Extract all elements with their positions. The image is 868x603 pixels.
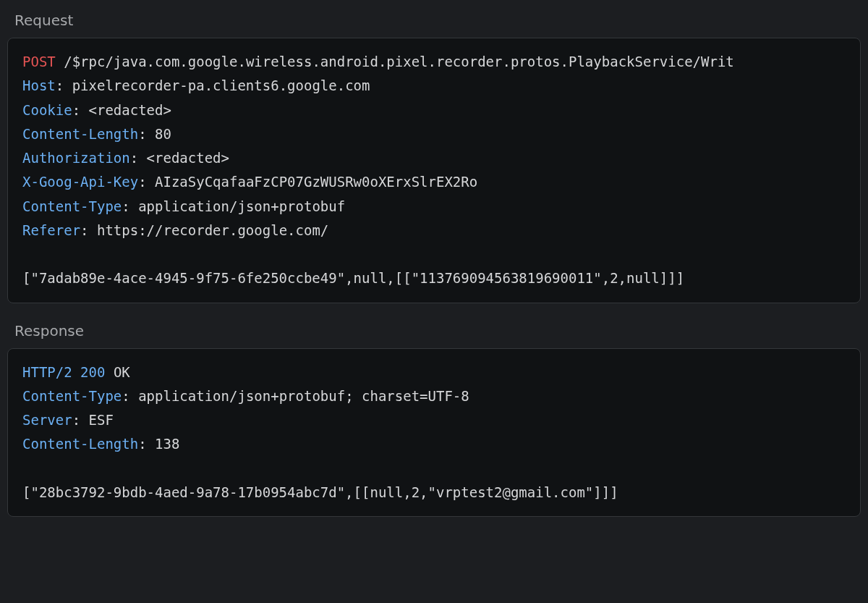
response-panel[interactable]: HTTP/2 200 OK Content-Type: application/… — [7, 348, 861, 518]
response-header-value: application/json+protobuf; charset=UTF-8 — [138, 388, 469, 404]
request-method: POST — [22, 54, 56, 69]
request-header-value: pixelrecorder-pa.clients6.google.com — [72, 77, 370, 93]
request-header-name: X-Goog-Api-Key — [22, 174, 138, 190]
request-header-value: application/json+protobuf — [138, 198, 345, 214]
response-header-name: Server — [22, 412, 72, 428]
response-title: Response — [7, 318, 861, 348]
response-header-value: ESF — [89, 412, 114, 428]
response-protocol: HTTP/2 — [22, 364, 72, 380]
response-header-name: Content-Type — [22, 388, 122, 404]
response-header-value: 138 — [155, 436, 179, 452]
request-header-name: Referer — [22, 222, 80, 238]
request-body: ["7adab89e-4ace-4945-9f75-6fe250ccbe49",… — [22, 270, 684, 286]
request-header-name: Content-Type — [22, 198, 122, 214]
request-path: /$rpc/java.com.google.wireless.android.p… — [64, 54, 734, 69]
request-header-value: <redacted> — [147, 150, 229, 166]
request-header-value: AIzaSyCqafaaFzCP07GzWUSRw0oXErxSlrEX2Ro — [155, 174, 477, 190]
request-header-name: Cookie — [22, 102, 72, 118]
response-status-text: OK — [114, 364, 130, 380]
request-title: Request — [7, 7, 861, 38]
request-header-value: https://recorder.google.com/ — [97, 222, 328, 238]
response-body: ["28bc3792-9bdb-4aed-9a78-17b0954abc7d",… — [22, 484, 618, 500]
request-header-name: Host — [22, 77, 56, 93]
request-panel[interactable]: POST /$rpc/java.com.google.wireless.andr… — [7, 38, 861, 303]
request-header-value: 80 — [155, 126, 171, 142]
request-header-name: Authorization — [22, 150, 130, 166]
request-header-name: Content-Length — [22, 126, 138, 142]
response-status-code: 200 — [80, 364, 105, 380]
request-header-value: <redacted> — [89, 102, 171, 118]
response-header-name: Content-Length — [22, 436, 138, 452]
